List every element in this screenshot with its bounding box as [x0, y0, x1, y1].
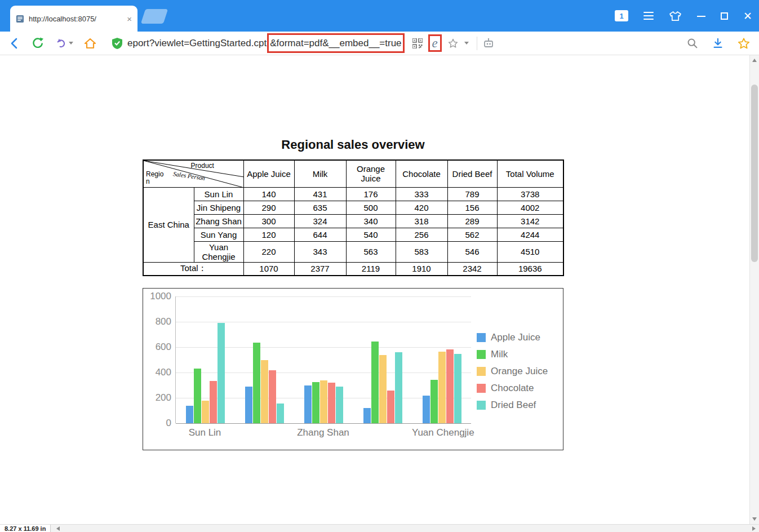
bar-dried-beef [336, 387, 343, 423]
value-cell: 256 [396, 228, 447, 241]
extension-robot-icon[interactable] [483, 38, 494, 48]
value-cell: 420 [396, 201, 447, 214]
search-icon[interactable] [686, 37, 698, 49]
security-shield-icon[interactable] [112, 37, 123, 50]
bookmark-star-icon[interactable] [738, 37, 750, 50]
theme-shirt-icon[interactable] [669, 11, 682, 21]
minimize-button[interactable] [697, 16, 705, 17]
x-axis-tick-label: Sun Lin [175, 427, 234, 438]
page-size-indicator: 8.27 x 11.69 in [0, 525, 51, 532]
value-cell: 343 [294, 241, 346, 262]
x-axis-tick-label: Yuan Chengjie [412, 427, 471, 438]
legend-swatch [477, 401, 486, 410]
titlebar: http://localhost:8075/ × 1 ✕ [0, 0, 759, 32]
value-cell: 3738 [497, 187, 563, 201]
y-axis-tick-label: 200 [144, 392, 171, 404]
x-axis-tick-label: Zhang Shan [294, 427, 353, 438]
address-dropdown-icon[interactable] [464, 42, 469, 45]
maximize-button[interactable] [721, 12, 728, 20]
value-cell: 4510 [497, 241, 563, 262]
bar-dried-beef [454, 354, 461, 423]
scroll-right-icon[interactable] [752, 526, 756, 531]
value-cell: 318 [396, 214, 447, 228]
value-cell: 789 [447, 187, 497, 201]
value-cell: 3142 [497, 214, 563, 228]
value-cell: 562 [447, 228, 497, 241]
address-bar-url[interactable]: eport?viewlet=GettingStarted.cpt&format=… [127, 38, 405, 49]
bar-dried-beef [395, 352, 402, 423]
salesperson-cell: Jin Shipeng [194, 201, 243, 214]
bar-apple-juice [304, 385, 312, 424]
tab-counter-badge[interactable]: 1 [615, 10, 628, 21]
bar-group [235, 296, 294, 423]
bar-group [412, 296, 472, 423]
legend-label: Dried Beef [491, 400, 536, 411]
bar-dried-beef [218, 323, 225, 423]
bar-apple-juice [186, 406, 193, 424]
scroll-left-icon[interactable] [56, 526, 60, 531]
scroll-down-icon[interactable] [752, 517, 757, 521]
table-total-row: Total： 1070 2377 2119 1910 2342 19636 [143, 262, 563, 276]
ie-compat-highlight-box: e [428, 34, 442, 52]
tab-close-icon[interactable]: × [127, 15, 132, 23]
bar-milk [430, 380, 438, 423]
value-cell: 220 [243, 241, 294, 262]
total-value-cell: 1070 [243, 262, 294, 276]
legend-swatch [477, 350, 486, 359]
bar-group [294, 296, 353, 423]
table-row: Jin Shipeng 290 635 500 420 156 4002 [143, 201, 563, 214]
horizontal-scrollbar[interactable]: 8.27 x 11.69 in [0, 524, 759, 532]
value-cell: 120 [243, 228, 294, 241]
y-axis-tick-label: 1000 [144, 291, 171, 302]
legend-item-chocolate: Chocolate [477, 380, 548, 397]
table-row: Yuan Chengjie 220 343 563 583 546 4510 [143, 241, 563, 262]
legend-label: Orange Juice [491, 366, 548, 377]
ie-compat-icon[interactable]: e [432, 37, 438, 50]
table-row: Sun Yang 120 644 540 256 562 4244 [143, 228, 563, 241]
column-header: Orange Juice [346, 160, 396, 187]
value-cell: 4002 [497, 201, 563, 214]
value-cell: 324 [294, 214, 346, 228]
browser-tab[interactable]: http://localhost:8075/ × [10, 6, 137, 32]
y-axis-tick-label: 600 [144, 342, 171, 353]
bar-chocolate [387, 391, 394, 423]
bar-apple-juice [423, 396, 430, 424]
total-value-cell: 1910 [396, 262, 447, 276]
bar-group [353, 296, 412, 423]
legend-item-apple-juice: Apple Juice [477, 329, 548, 346]
column-header: Dried Beef [447, 160, 497, 187]
scroll-up-icon[interactable] [752, 59, 757, 62]
region-cell: East China [143, 187, 194, 262]
bar-milk [194, 369, 201, 423]
legend-item-dried-beef: Dried Beef [477, 397, 548, 414]
back-button[interactable] [8, 37, 21, 50]
bar-chocolate [269, 370, 276, 424]
vertical-scroll-thumb[interactable] [751, 85, 758, 262]
table-row: Zhang Shan 300 324 340 318 289 3142 [143, 214, 563, 228]
bar-orange-juice [379, 355, 387, 424]
column-header: Milk [294, 160, 346, 187]
new-tab-button[interactable] [141, 9, 168, 24]
home-button[interactable] [83, 37, 97, 50]
download-icon[interactable] [712, 37, 724, 50]
value-cell: 333 [396, 187, 447, 201]
close-button[interactable]: ✕ [743, 11, 752, 21]
menu-icon[interactable] [643, 12, 654, 20]
total-value-cell: 19636 [497, 262, 563, 276]
value-cell: 289 [447, 214, 497, 228]
url-prefix: eport?viewlet=GettingStarted.cpt [127, 38, 267, 48]
salesperson-cell: Yuan Chengjie [194, 241, 243, 262]
bar-milk [253, 343, 260, 423]
value-cell: 176 [346, 187, 396, 201]
total-value-cell: 2377 [294, 262, 346, 276]
favorite-star-icon[interactable] [447, 38, 459, 49]
bar-chocolate [328, 383, 335, 423]
reload-button[interactable] [32, 37, 45, 50]
undo-dropdown-icon[interactable] [69, 42, 73, 45]
qr-code-icon[interactable] [412, 38, 423, 48]
chart-legend: Apple JuiceMilkOrange JuiceChocolateDrie… [477, 329, 548, 414]
vertical-scrollbar[interactable] [749, 55, 759, 524]
url-highlight-box: &format=pdf&__embed__=true [267, 33, 404, 53]
bar-dried-beef [277, 404, 284, 423]
undo-button[interactable] [55, 37, 73, 49]
